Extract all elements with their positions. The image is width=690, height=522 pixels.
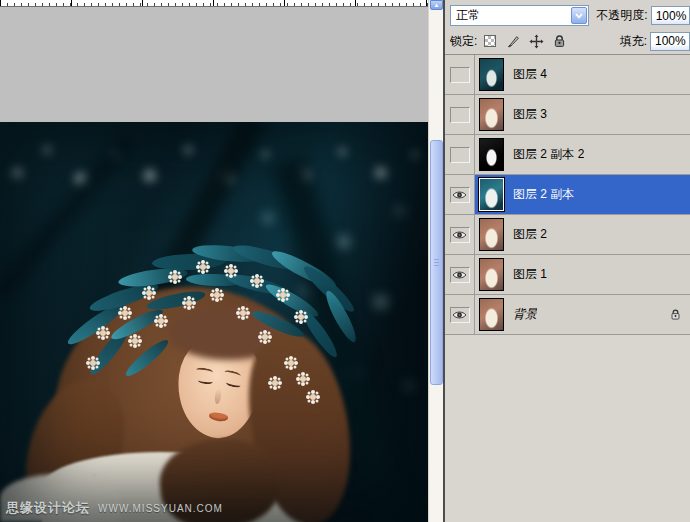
eye-frame bbox=[450, 187, 470, 203]
visibility-toggle[interactable] bbox=[445, 135, 475, 174]
layer-row[interactable]: 背景 bbox=[445, 295, 690, 335]
white-flower bbox=[272, 380, 278, 386]
layer-lock-icon bbox=[670, 308, 681, 321]
chevron-down-icon[interactable] bbox=[571, 7, 587, 24]
lock-transparency-icon[interactable] bbox=[482, 33, 498, 49]
layer-row[interactable]: 图层 2 bbox=[445, 215, 690, 255]
opacity-value: 100% bbox=[656, 9, 687, 23]
white-flower bbox=[228, 268, 234, 274]
eye-frame bbox=[450, 267, 470, 283]
layer-row[interactable]: 图层 4 bbox=[445, 55, 690, 95]
document-canvas-area: 思缘设计论坛WWW.MISSYUAN.COM ▲ bbox=[0, 0, 443, 522]
white-flower bbox=[280, 292, 286, 298]
layer-row-main[interactable]: 图层 1 bbox=[475, 255, 690, 294]
eye-frame bbox=[450, 147, 470, 163]
vertical-scrollbar[interactable]: ▲ bbox=[428, 0, 443, 522]
visibility-toggle[interactable] bbox=[445, 215, 475, 254]
lock-position-move-icon[interactable] bbox=[528, 33, 544, 49]
fill-value: 100% bbox=[655, 34, 686, 48]
horizontal-ruler bbox=[0, 0, 428, 7]
eye-frame bbox=[450, 67, 470, 83]
white-flower bbox=[310, 394, 316, 400]
fill-label: 填充: bbox=[620, 33, 647, 50]
eye-icon bbox=[452, 230, 467, 240]
layer-row-main[interactable]: 图层 2 副本 bbox=[475, 175, 690, 214]
eye-frame bbox=[450, 107, 470, 123]
white-flower bbox=[158, 318, 164, 324]
watermark: 思缘设计论坛WWW.MISSYUAN.COM bbox=[6, 499, 223, 517]
layer-list: 图层 4 图层 3 图层 2 副本 2 bbox=[445, 55, 690, 335]
white-flower bbox=[262, 334, 268, 340]
lock-buttons bbox=[482, 33, 567, 49]
eye-frame bbox=[450, 227, 470, 243]
layer-thumbnail[interactable] bbox=[479, 98, 504, 131]
layer-thumbnail[interactable] bbox=[479, 178, 504, 211]
crown-leaf bbox=[122, 336, 171, 380]
flower-crown bbox=[0, 122, 428, 522]
layer-row[interactable]: 图层 2 副本 2 bbox=[445, 135, 690, 175]
white-flower bbox=[100, 330, 106, 336]
visibility-toggle[interactable] bbox=[445, 95, 475, 134]
white-flower bbox=[132, 338, 138, 344]
white-flower bbox=[300, 376, 306, 382]
scrollbar-thumb[interactable] bbox=[430, 140, 443, 385]
white-flower bbox=[240, 310, 246, 316]
layer-thumbnail[interactable] bbox=[479, 58, 504, 91]
layer-row[interactable]: 图层 3 bbox=[445, 95, 690, 135]
visibility-toggle[interactable] bbox=[445, 175, 475, 214]
white-flower bbox=[214, 292, 220, 298]
eye-frame bbox=[450, 307, 470, 323]
eye-icon bbox=[452, 190, 467, 200]
scroll-up-button[interactable]: ▲ bbox=[430, 0, 443, 10]
layers-panel: 正常 不透明度: 100% 锁定: bbox=[443, 0, 690, 522]
layer-thumbnail[interactable] bbox=[479, 138, 504, 171]
blend-mode-value: 正常 bbox=[456, 7, 480, 24]
layer-name: 图层 2 副本 2 bbox=[513, 146, 584, 163]
white-flower bbox=[146, 290, 152, 296]
layer-name: 图层 2 bbox=[513, 226, 547, 243]
white-flower bbox=[172, 274, 178, 280]
white-flower bbox=[122, 310, 128, 316]
layer-row-main[interactable]: 图层 2 副本 2 bbox=[475, 135, 690, 174]
layer-name: 图层 4 bbox=[513, 66, 547, 83]
document-image: 思缘设计论坛WWW.MISSYUAN.COM bbox=[0, 122, 428, 522]
layer-name: 背景 bbox=[513, 306, 537, 323]
layer-row-main[interactable]: 背景 bbox=[475, 295, 690, 334]
blend-opacity-row: 正常 不透明度: 100% bbox=[445, 0, 690, 28]
photoshop-window: 思缘设计论坛WWW.MISSYUAN.COM ▲ 正常 不透明度: 100% 锁… bbox=[0, 0, 690, 522]
opacity-input[interactable]: 100% bbox=[651, 6, 690, 25]
layer-thumbnail[interactable] bbox=[479, 298, 504, 331]
white-flower bbox=[200, 264, 206, 270]
canvas-pasteboard bbox=[0, 7, 428, 122]
watermark-url: WWW.MISSYUAN.COM bbox=[98, 503, 223, 514]
fill-input[interactable]: 100% bbox=[650, 32, 690, 51]
visibility-toggle[interactable] bbox=[445, 55, 475, 94]
lock-fill-row: 锁定: 填充: 100% bbox=[445, 28, 690, 55]
layer-name: 图层 1 bbox=[513, 266, 547, 283]
white-flower bbox=[298, 314, 304, 320]
opacity-label: 不透明度: bbox=[596, 7, 647, 24]
layer-name: 图层 3 bbox=[513, 106, 547, 123]
white-flower bbox=[186, 300, 192, 306]
watermark-forum-name: 思缘设计论坛 bbox=[6, 500, 90, 515]
blend-mode-select[interactable]: 正常 bbox=[450, 5, 589, 26]
visibility-toggle[interactable] bbox=[445, 255, 475, 294]
layer-row[interactable]: 图层 1 bbox=[445, 255, 690, 295]
visibility-toggle[interactable] bbox=[445, 295, 475, 334]
layer-row-main[interactable]: 图层 3 bbox=[475, 95, 690, 134]
layer-thumbnail[interactable] bbox=[479, 258, 504, 291]
layer-row-main[interactable]: 图层 2 bbox=[475, 215, 690, 254]
layer-row-main[interactable]: 图层 4 bbox=[475, 55, 690, 94]
white-flower bbox=[90, 360, 96, 366]
layer-thumbnail[interactable] bbox=[479, 218, 504, 251]
layer-name: 图层 2 副本 bbox=[513, 186, 574, 203]
lock-pixels-brush-icon[interactable] bbox=[505, 33, 521, 49]
white-flower bbox=[288, 360, 294, 366]
crown-leaf bbox=[250, 307, 306, 341]
eye-icon bbox=[452, 310, 467, 320]
layers-panel-empty-area bbox=[445, 335, 690, 522]
layer-row[interactable]: 图层 2 副本 bbox=[445, 175, 690, 215]
lock-all-padlock-icon[interactable] bbox=[551, 33, 567, 49]
lock-label: 锁定: bbox=[450, 33, 477, 50]
white-flower bbox=[254, 278, 260, 284]
